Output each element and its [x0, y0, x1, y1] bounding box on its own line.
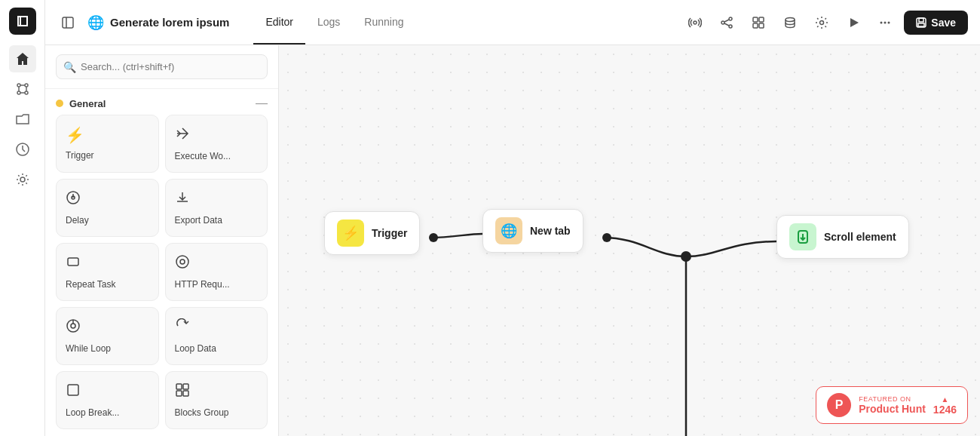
left-sidebar: [0, 0, 45, 436]
newtab-flow-node[interactable]: 🌐 New tab: [482, 209, 583, 253]
svg-point-15: [729, 25, 732, 28]
section-header-general: General —: [45, 89, 278, 115]
svg-point-44: [602, 233, 611, 242]
component-while-loop[interactable]: While Loop: [56, 307, 159, 365]
component-delay[interactable]: Delay: [56, 179, 159, 237]
svg-point-22: [786, 17, 795, 21]
search-icon: 🔍: [63, 61, 76, 73]
tab-running[interactable]: Running: [352, 0, 415, 45]
svg-point-33: [176, 256, 188, 268]
svg-point-14: [721, 21, 724, 24]
ph-featured-label: FEATURED ON: [859, 395, 926, 403]
search-bar-container: 🔍: [45, 45, 278, 89]
main-panel: 🌐 Generate lorem ipsum Editor Logs Runni…: [45, 0, 980, 436]
repeat-comp-label: Repeat Task: [66, 279, 116, 290]
broadcast-icon[interactable]: [682, 10, 708, 35]
svg-point-45: [681, 251, 691, 262]
export-comp-label: Export Data: [175, 215, 222, 226]
execute-comp-label: Execute Wo...: [175, 151, 231, 161]
component-trigger[interactable]: ⚡ Trigger: [56, 115, 159, 173]
ph-logo: P: [827, 393, 851, 417]
config-icon[interactable]: [809, 10, 835, 35]
ph-arrow-icon: ▲: [941, 395, 948, 404]
svg-point-0: [17, 84, 20, 87]
product-hunt-badge[interactable]: P FEATURED ON Product Hunt ▲ 1246: [816, 386, 968, 424]
collapse-section-button[interactable]: —: [256, 97, 268, 110]
svg-rect-42: [183, 391, 188, 396]
blocks-comp-label: Blocks Group: [175, 407, 229, 418]
component-repeat-task[interactable]: Repeat Task: [56, 243, 159, 301]
share-icon[interactable]: [714, 10, 740, 35]
scroll-flow-node[interactable]: Scroll element: [776, 215, 909, 259]
section-title-label: General: [69, 98, 106, 109]
trigger-comp-icon: ⚡: [66, 126, 84, 144]
component-loop-data[interactable]: Loop Data: [165, 307, 268, 365]
svg-rect-19: [759, 17, 764, 22]
nav-settings[interactable]: [9, 166, 36, 193]
run-button[interactable]: [841, 10, 866, 35]
scroll-node-label: Scroll element: [824, 231, 896, 243]
loop-break-comp-icon: [66, 382, 81, 401]
top-bar: 🌐 Generate lorem ipsum Editor Logs Runni…: [45, 0, 980, 45]
grid-icon[interactable]: [746, 10, 771, 35]
nav-folder[interactable]: [9, 106, 36, 133]
loop-break-comp-label: Loop Break...: [66, 407, 119, 418]
toolbar-icons: Save: [682, 10, 968, 35]
svg-point-1: [25, 84, 28, 87]
nav-workflows[interactable]: [9, 75, 36, 103]
svg-point-9: [20, 177, 25, 182]
svg-point-24: [880, 21, 883, 23]
more-options-icon[interactable]: [872, 10, 898, 35]
ph-count: ▲ 1246: [933, 395, 957, 416]
trigger-node-icon: ⚡: [337, 220, 364, 247]
http-comp-label: HTTP Requ...: [175, 279, 230, 290]
database-icon[interactable]: [777, 10, 803, 35]
delay-comp-label: Delay: [66, 215, 89, 226]
panel-toggle-btn[interactable]: [57, 12, 78, 33]
component-export-data[interactable]: Export Data: [165, 179, 268, 237]
svg-line-17: [724, 23, 729, 26]
while-comp-label: While Loop: [66, 343, 111, 354]
svg-rect-29: [918, 23, 924, 26]
loop-data-comp-icon: [175, 318, 190, 337]
svg-rect-32: [68, 258, 78, 266]
svg-point-25: [884, 21, 887, 23]
trigger-node-label: Trigger: [372, 227, 407, 239]
section-dot: [56, 100, 63, 107]
component-loop-break[interactable]: Loop Break...: [56, 371, 159, 429]
nav-history[interactable]: [9, 136, 36, 163]
svg-point-3: [25, 91, 28, 94]
component-http-request[interactable]: HTTP Requ...: [165, 243, 268, 301]
tab-editor[interactable]: Editor: [253, 0, 305, 45]
save-button[interactable]: Save: [904, 11, 968, 35]
svg-point-26: [888, 21, 890, 23]
component-grid: ⚡ Trigger Execute Wo...: [45, 115, 278, 436]
svg-rect-10: [63, 17, 73, 28]
ph-text: FEATURED ON Product Hunt: [859, 395, 926, 415]
svg-point-12: [694, 21, 697, 24]
repeat-comp-icon: [66, 254, 81, 273]
app-logo[interactable]: [9, 8, 36, 35]
nav-home[interactable]: [9, 45, 36, 72]
tab-logs[interactable]: Logs: [305, 0, 352, 45]
ph-name-label: Product Hunt: [859, 403, 926, 415]
svg-rect-18: [753, 17, 758, 22]
loop-data-comp-label: Loop Data: [175, 343, 216, 354]
component-panel: 🔍 General — ⚡ Trigger: [45, 45, 279, 436]
svg-point-13: [729, 17, 732, 20]
component-blocks-group[interactable]: Blocks Group: [165, 371, 268, 429]
blocks-comp-icon: [175, 382, 190, 401]
component-execute-workflow[interactable]: Execute Wo...: [165, 115, 268, 173]
while-comp-icon: [66, 318, 81, 337]
svg-rect-40: [183, 384, 188, 389]
newtab-node-icon: 🌐: [495, 217, 522, 244]
search-input[interactable]: [56, 54, 268, 79]
svg-rect-20: [753, 23, 758, 28]
trigger-flow-node[interactable]: ⚡ Trigger: [324, 211, 420, 255]
http-comp-icon: [175, 254, 190, 273]
ph-count-number: 1246: [933, 404, 957, 416]
svg-point-36: [71, 324, 75, 328]
svg-rect-41: [176, 391, 182, 396]
canvas-area[interactable]: ⚡ Trigger 🌐 New tab Scroll element: [279, 45, 980, 436]
globe-icon: 🌐: [87, 14, 104, 31]
